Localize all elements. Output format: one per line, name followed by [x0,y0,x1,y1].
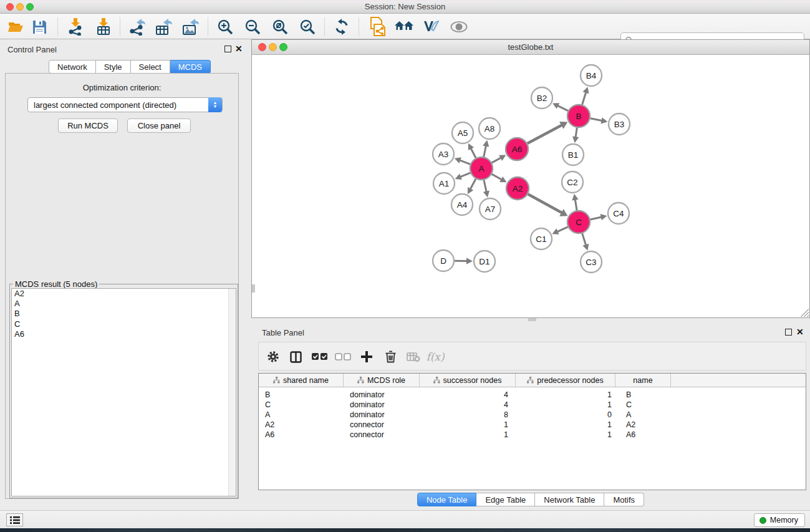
tab-motifs[interactable]: Motifs [604,493,644,506]
column-header-successor-nodes[interactable]: successor nodes [420,374,516,387]
table-settings-gear-icon[interactable] [264,347,282,366]
refresh-icon[interactable] [332,18,351,36]
edge-A-A5[interactable] [468,143,476,158]
result-item[interactable]: B [12,309,236,319]
edge-C-C2[interactable] [572,194,578,210]
table-float-icon[interactable] [785,329,792,336]
edge-B-B4[interactable] [582,87,589,105]
network-window-titlebar[interactable]: testGlobe.txt [252,40,809,55]
edge-A-A1[interactable] [455,173,471,180]
edge-B-B3[interactable] [591,117,608,123]
edge-A6-B[interactable] [528,122,568,143]
table-row[interactable]: A2connector11A2 [259,420,806,430]
table-row[interactable]: A6connector11A6 [259,430,806,440]
canvas-left-scroll-hint[interactable] [252,284,255,293]
edge-A-A7[interactable] [483,180,489,198]
edge-C-C4[interactable] [591,214,607,220]
tab-node-table[interactable]: Node Table [417,493,477,506]
select-all-icon[interactable] [311,347,329,366]
tab-network-table[interactable]: Network Table [535,493,604,506]
zoom-fit-icon[interactable] [271,18,289,36]
delete-column-icon[interactable] [381,347,400,366]
table-row[interactable]: Cdominator41C [259,400,806,410]
edge-A-A3[interactable] [455,157,470,164]
zoom-in-icon[interactable] [216,18,234,36]
graph-node-A6[interactable]: A6 [506,138,528,160]
graph-node-D[interactable]: D [433,250,454,271]
graph-node-B1[interactable]: B1 [562,144,584,165]
delete-table-icon[interactable] [404,347,423,366]
mcds-result-list[interactable]: A2ABCA6 [11,288,236,496]
tab-mcds[interactable]: MCDS [170,60,211,74]
table-row[interactable]: Bdominator41B [259,390,806,400]
edge-B-B2[interactable] [552,103,568,110]
task-history-button[interactable] [6,513,23,526]
graph-node-B[interactable]: B [567,105,590,127]
edge-C-C1[interactable] [552,227,567,235]
float-panel-icon[interactable] [224,46,231,52]
edge-A-A6[interactable] [492,155,506,163]
network-graph[interactable]: B4B2BB3B1A5A8A3A6AA1A4A7A2C2CC1C4C3DD1 [252,55,809,317]
graph-node-B4[interactable]: B4 [581,65,602,86]
close-panel-icon[interactable]: ✕ [235,46,243,52]
graph-node-C4[interactable]: C4 [608,203,629,224]
run-mcds-button[interactable]: Run MCDS [58,118,118,133]
result-scrollbar[interactable] [228,289,236,496]
column-header-MCDS-role[interactable]: MCDS role [344,374,420,387]
save-session-icon[interactable] [30,18,49,36]
criterion-dropdown[interactable]: largest connected component (directed) ▲… [27,97,223,112]
export-network-icon[interactable] [127,18,146,36]
result-item[interactable]: A2 [12,289,236,299]
tab-network[interactable]: Network [49,60,96,74]
close-panel-button[interactable]: Close panel [127,118,191,133]
network-from-selection-icon[interactable] [368,18,387,36]
graph-node-A2[interactable]: A2 [506,177,529,200]
table-close-icon[interactable]: ✕ [796,329,804,336]
zoom-out-icon[interactable] [243,18,262,36]
result-item[interactable]: A6 [12,329,236,339]
apply-style-icon[interactable] [422,18,440,36]
deselect-all-icon[interactable] [334,347,352,366]
edge-A-A8[interactable] [483,140,489,157]
result-item[interactable]: C [12,319,236,329]
table-row[interactable]: Adominator80A [259,410,806,420]
open-session-icon[interactable] [6,18,25,36]
function-builder-icon[interactable]: f(x) [426,347,445,366]
window-resize-grip[interactable] [801,309,809,317]
graph-node-D1[interactable]: D1 [474,251,495,272]
graph-node-C[interactable]: C [567,211,590,233]
column-layout-icon[interactable] [286,347,305,366]
graph-node-C1[interactable]: C1 [531,228,552,249]
edge-B-B1[interactable] [572,128,579,143]
edge-A2-C[interactable] [528,194,568,216]
result-item[interactable]: A [12,299,236,309]
graph-node-A5[interactable]: A5 [452,122,473,143]
zoom-selected-icon[interactable] [298,18,317,36]
graph-node-A1[interactable]: A1 [433,173,455,194]
import-network-icon[interactable] [66,18,85,36]
tab-style[interactable]: Style [96,60,131,74]
home-icon[interactable] [395,18,413,36]
import-table-icon[interactable] [94,18,113,36]
network-canvas[interactable]: B4B2BB3B1A5A8A3A6AA1A4A7A2C2CC1C4C3DD1 [252,55,809,317]
graph-node-A7[interactable]: A7 [480,198,501,220]
graph-node-C2[interactable]: C2 [562,172,583,193]
canvas-bottom-scroll-hint[interactable] [528,318,536,321]
graph-node-A8[interactable]: A8 [479,118,500,139]
export-image-icon[interactable] [181,18,200,36]
graph-node-A4[interactable]: A4 [451,194,473,215]
edge-C-C3[interactable] [582,233,589,251]
graph-node-A3[interactable]: A3 [433,143,454,165]
graph-node-A[interactable]: A [470,157,493,180]
column-header-shared-name[interactable]: shared name [259,374,344,387]
graph-node-B2[interactable]: B2 [531,87,552,109]
edge-A-A2[interactable] [492,174,507,182]
export-table-icon[interactable] [154,18,173,36]
column-header-name[interactable]: name [615,374,671,387]
show-hide-eye-icon[interactable] [450,18,468,36]
edge-D-D1[interactable] [455,258,473,264]
memory-button[interactable]: Memory [754,513,805,527]
graph-node-C3[interactable]: C3 [581,251,602,273]
add-column-icon[interactable] [357,347,376,366]
graph-node-B3[interactable]: B3 [609,114,630,135]
